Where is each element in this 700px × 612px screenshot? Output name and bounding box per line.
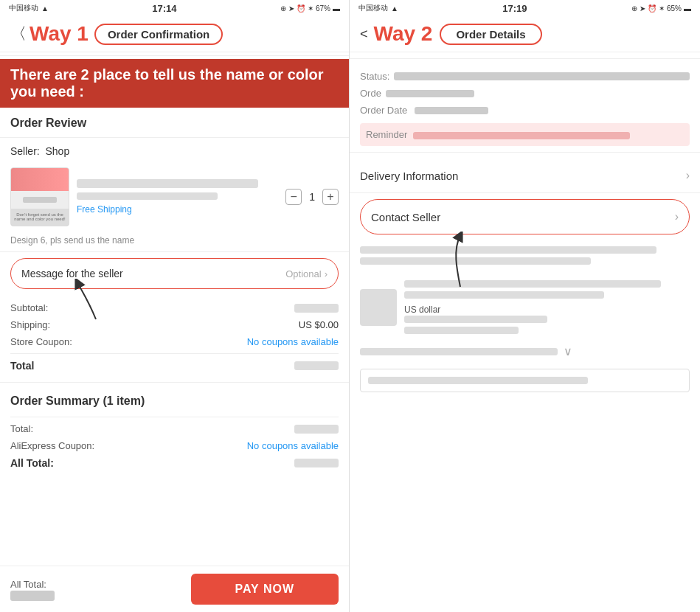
status-label: Status: — [360, 71, 389, 82]
order-summary-section: Order Summary (1 item) Total: AliExpress… — [0, 386, 349, 476]
bluetooth-icon: ✶ — [308, 4, 313, 13]
message-for-seller-row[interactable]: Message for the seller Optional › — [10, 258, 339, 289]
cost-section: Subtotal: Shipping: US $0.00 Store Coupo… — [0, 295, 349, 379]
status-section: Status: — [350, 65, 700, 85]
right-alarm-icon: ⏰ — [648, 4, 656, 13]
shipping-row: Shipping: US $0.00 — [10, 316, 339, 333]
contact-seller-label: Contact Seller — [371, 211, 440, 223]
shipping-label: Shipping: — [10, 319, 50, 330]
right-blur1 — [360, 246, 656, 254]
quantity-value: 1 — [309, 191, 315, 203]
total-label: Total — [10, 360, 34, 372]
order-review-title: Order Review — [0, 108, 349, 134]
bottom-total-section: All Total: — [10, 577, 55, 601]
left-content-area[interactable]: Order Review Seller: Shop Don't — [0, 108, 349, 566]
order-confirmation-title: Order Confirmation — [94, 24, 223, 45]
subtotal-row: Subtotal: — [10, 299, 339, 316]
nav-divider — [0, 55, 349, 56]
right-product-blur4 — [404, 327, 519, 334]
divider3 — [0, 382, 349, 383]
right-input-box[interactable] — [360, 369, 690, 392]
pay-now-button[interactable]: PAY NOW — [191, 574, 339, 605]
right-product-thumb — [360, 289, 397, 326]
right-back-arrow[interactable]: < — [360, 27, 368, 42]
order-date-blur — [415, 107, 488, 114]
order-id-label: Orde — [360, 88, 381, 99]
way2-label: Way 2 — [374, 22, 433, 46]
total-row: Total — [10, 357, 339, 375]
right-blurred-content — [350, 240, 700, 274]
chevron-right-icon: › — [325, 268, 328, 279]
reminder-blur2 — [413, 132, 629, 139]
navigation-icon: ➤ — [288, 4, 294, 13]
delivery-information-label: Delivery Information — [360, 170, 458, 182]
product-desc-blur1 — [77, 179, 258, 188]
right-status-bar: 中国移动 ▲ 17:19 ⊕ ➤ ⏰ ✶ 65% ▬ — [350, 0, 700, 16]
cost-divider — [10, 353, 339, 354]
reminder-label: Reminder — [366, 129, 407, 140]
product-desc-blur2 — [77, 192, 218, 200]
right-input-blur — [368, 377, 588, 384]
right-carrier-text: 中国移动 — [358, 3, 388, 13]
right-product-row: US dollar — [360, 280, 690, 334]
right-content[interactable]: Status: Orde Order Date Reminder — [350, 65, 700, 612]
quantity-control[interactable]: − 1 + — [285, 189, 339, 205]
all-total-blur — [294, 459, 339, 467]
delivery-chevron-right-icon: › — [686, 169, 690, 182]
right-location-icon: ⊕ — [631, 4, 637, 13]
delivery-information-row[interactable]: Delivery Information › — [350, 159, 700, 193]
order-date-row: Order Date — [350, 102, 700, 119]
right-battery-text: 65% — [667, 4, 682, 13]
contact-seller-chevron-icon: › — [675, 210, 679, 223]
right-divider1 — [350, 152, 700, 153]
product-info: Free Shipping — [77, 179, 278, 215]
right-right-icons: ⊕ ➤ ⏰ ✶ 65% ▬ — [631, 4, 691, 13]
all-total-row: All Total: — [10, 454, 339, 472]
right-panel: 中国移动 ▲ 17:19 ⊕ ➤ ⏰ ✶ 65% ▬ < Way 2 Order… — [350, 0, 700, 612]
left-nav-bar: 〈 Way 1 Order Confirmation — [0, 16, 349, 52]
alarm-icon: ⏰ — [297, 4, 305, 13]
store-coupon-row: Store Coupon: No coupons available — [10, 333, 339, 350]
carrier-text: 中国移动 — [9, 3, 38, 13]
dropdown-chevron-icon[interactable]: ∨ — [564, 344, 572, 358]
right-wifi-icon: ▲ — [391, 4, 398, 13]
bottom-total-blur — [10, 591, 55, 601]
left-panel: 中国移动 ▲ 17:14 ⊕ ➤ ⏰ ✶ 67% ▬ 〈 Way 1 Order… — [0, 0, 350, 612]
right-navigation-icon: ➤ — [640, 4, 645, 13]
summary-total-row: Total: — [10, 420, 339, 437]
message-label: Message for the seller — [21, 268, 123, 279]
back-icon[interactable]: 〈 — [10, 23, 27, 45]
contact-seller-row[interactable]: Contact Seller › — [360, 199, 690, 234]
dropdown-row[interactable]: ∨ — [350, 340, 700, 363]
no-coupons2-label[interactable]: No coupons available — [247, 440, 339, 451]
quantity-plus-btn[interactable]: + — [322, 189, 339, 205]
right-nav-bar: < Way 2 Order Details — [350, 16, 700, 52]
message-optional: Optional › — [285, 268, 328, 279]
contact-seller-wrapper: Contact Seller › — [350, 199, 700, 234]
battery-icon: ▬ — [333, 4, 340, 13]
left-carrier-icons: 中国移动 ▲ — [9, 3, 49, 13]
order-details-title: Order Details — [440, 24, 541, 45]
status-blur — [394, 72, 690, 80]
right-blur2 — [360, 257, 591, 265]
reminder-box: Reminder — [360, 123, 690, 146]
product-name-note: Design 6, pls send us the name — [0, 232, 349, 248]
divider1 — [0, 137, 349, 138]
summary-divider1 — [10, 417, 339, 417]
quantity-minus-btn[interactable]: − — [285, 189, 302, 205]
bottom-all-total-label: All Total: — [10, 579, 46, 590]
aliexpress-coupon-label: AliExpress Coupon: — [10, 440, 94, 451]
right-product-blur3 — [404, 316, 547, 323]
wifi-icon: ▲ — [41, 4, 49, 13]
no-coupons-label[interactable]: No coupons available — [247, 336, 339, 347]
total-value-blur — [294, 361, 339, 370]
product-image-inner: Don't forget send us the name and color … — [11, 168, 69, 226]
summary-total-blur — [294, 425, 339, 434]
right-product-blur1 — [404, 280, 661, 288]
order-id-blur — [386, 90, 474, 97]
seller-name: Shop — [45, 145, 69, 157]
right-product-blur2 — [404, 291, 604, 299]
product-row: Don't forget send us the name and color … — [0, 161, 349, 232]
overlay-banner: There are 2 place to tell us the name or… — [0, 59, 349, 108]
summary-total-label: Total: — [10, 423, 33, 434]
